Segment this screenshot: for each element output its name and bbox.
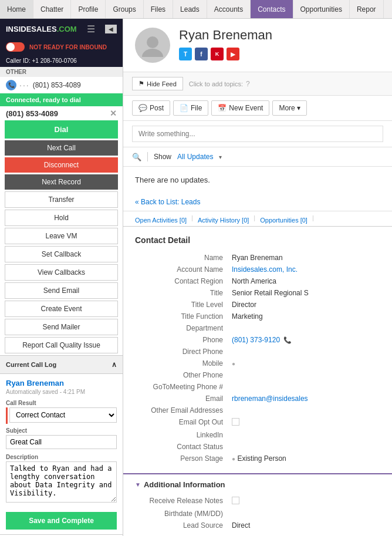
- nav-files[interactable]: Files: [144, 0, 173, 18]
- contact-header: Ryan Breneman T f K ▶: [123, 19, 392, 72]
- field-label-title-level: Title Level: [135, 299, 229, 311]
- field-value-person-stage: ● Existing Person: [229, 453, 380, 464]
- top-navigation: Home Chatter Profile Groups Files Leads …: [0, 0, 392, 19]
- table-row: Birthdate (MM/DD): [135, 508, 380, 520]
- nav-opportunities[interactable]: Opportunities: [293, 0, 350, 18]
- nav-profile[interactable]: Profile: [71, 0, 106, 18]
- subject-input[interactable]: [6, 435, 117, 449]
- additional-info-toggle[interactable]: ▼ Additional Information: [135, 480, 380, 489]
- updates-dropdown-icon[interactable]: ▾: [219, 154, 222, 160]
- field-label-region: Contact Region: [135, 275, 229, 287]
- account-name-link[interactable]: Insidesales.com, Inc.: [232, 265, 298, 274]
- action-bar: 💬 Post 📄 File 📅 New Event More ▾: [123, 96, 392, 121]
- back-link-anchor[interactable]: « Back to List: Leads: [135, 198, 200, 206]
- call-result-select[interactable]: Correct Contact: [9, 407, 117, 423]
- subject-label: Subject: [6, 427, 117, 434]
- transfer-button[interactable]: Transfer: [5, 191, 118, 208]
- twitter-icon[interactable]: T: [179, 48, 192, 60]
- field-value-title-function: Marketing: [229, 311, 380, 322]
- back-to-list: « Back to List: Leads: [123, 193, 392, 211]
- save-complete-button[interactable]: Save and Complete: [6, 512, 117, 530]
- email-link[interactable]: rbreneman@insidesales: [232, 395, 308, 403]
- nav-reports[interactable]: Repor: [350, 0, 384, 18]
- right-panel: Ryan Breneman T f K ▶ ⚑ Hide Feed Click …: [123, 19, 392, 536]
- hold-button[interactable]: Hold: [5, 210, 118, 226]
- create-event-button[interactable]: Create Event: [5, 301, 118, 317]
- mobile-info-icon: ●: [232, 360, 235, 367]
- file-button[interactable]: 📄 File: [173, 100, 208, 116]
- next-record-button[interactable]: Next Record: [5, 174, 118, 190]
- table-row: Other Phone: [135, 369, 380, 381]
- collapse-arrow[interactable]: ◀: [105, 25, 117, 33]
- nav-home[interactable]: Home: [0, 0, 33, 18]
- leave-vm-button[interactable]: Leave VM: [5, 228, 118, 244]
- field-value-name: Ryan Breneman: [229, 252, 380, 264]
- hide-feed-button[interactable]: ⚑ Hide Feed: [132, 77, 183, 90]
- no-updates-message: There are no updates.: [123, 167, 392, 193]
- other-phone-row: 📞 ··· (801) 853-4089: [0, 77, 123, 93]
- nav-accounts[interactable]: Accounts: [207, 0, 251, 18]
- release-notes-checkbox[interactable]: [232, 497, 239, 504]
- field-label-name: Name: [135, 252, 229, 264]
- logo-suffix: .COM: [57, 25, 77, 33]
- next-call-button[interactable]: Next Call: [5, 140, 118, 156]
- more-chevron-icon: ▾: [297, 104, 300, 112]
- table-row: Lead Source Direct: [135, 520, 380, 531]
- all-updates-link[interactable]: All Updates: [177, 153, 213, 161]
- more-button[interactable]: More ▾: [272, 100, 306, 116]
- call-log-chevron-icon: ∧: [111, 360, 117, 369]
- contact-detail-section: Contact Detail Name Ryan Breneman Accoun…: [123, 227, 392, 473]
- disconnect-button[interactable]: Disconnect: [5, 157, 118, 173]
- facebook-icon[interactable]: f: [195, 48, 208, 60]
- caller-id-label: Caller ID:: [6, 58, 31, 64]
- set-callback-button[interactable]: Set Callback: [5, 246, 118, 262]
- field-label-other-phone: Other Phone: [135, 369, 229, 381]
- opportunities-count: [0]: [300, 217, 307, 224]
- tab-activity-history[interactable]: Activity History [0]: [198, 214, 249, 226]
- search-icon[interactable]: 🔍: [132, 153, 141, 161]
- more-label: More: [279, 104, 295, 112]
- dial-button[interactable]: Dial: [5, 120, 118, 139]
- send-mailer-button[interactable]: Send Mailer: [5, 319, 118, 335]
- new-event-button[interactable]: 📅 New Event: [211, 100, 269, 116]
- call-log-toggle[interactable]: Current Call Log ∧: [0, 355, 123, 374]
- phone-link[interactable]: (801) 373-9120: [232, 336, 280, 344]
- show-updates-text: Show: [154, 153, 171, 161]
- email-opt-out-checkbox[interactable]: [232, 418, 239, 426]
- report-quality-button[interactable]: Report Call Quality Issue: [5, 337, 118, 353]
- inbound-toggle-switch[interactable]: [6, 42, 25, 52]
- field-value-direct-phone: [229, 346, 380, 358]
- table-row: Other Email Addresses: [135, 404, 380, 416]
- contact-name: Ryan Breneman: [179, 28, 272, 43]
- add-topics-label: Click to add topics:: [189, 80, 243, 87]
- flag-icon: ⚑: [138, 80, 144, 87]
- table-row: Title Level Director: [135, 299, 380, 311]
- nav-contacts[interactable]: Contacts: [251, 0, 293, 18]
- feed-bar: ⚑ Hide Feed Click to add topics: ?: [123, 72, 392, 96]
- chatter-input[interactable]: [132, 126, 383, 142]
- send-email-button[interactable]: Send Email: [5, 282, 118, 299]
- triangle-down-icon: ▼: [135, 481, 141, 488]
- menu-icon[interactable]: ☰: [87, 23, 95, 35]
- table-row: Direct Phone: [135, 346, 380, 358]
- field-value-email-opt-out: [229, 416, 380, 429]
- close-number-icon[interactable]: ✕: [110, 109, 117, 118]
- nav-leads[interactable]: Leads: [173, 0, 207, 18]
- field-label-email: Email: [135, 393, 229, 404]
- post-button[interactable]: 💬 Post: [132, 100, 170, 116]
- nav-groups[interactable]: Groups: [106, 0, 143, 18]
- help-icon[interactable]: ?: [246, 80, 250, 88]
- field-value-linkedin: [229, 429, 380, 441]
- table-row: Email Opt Out: [135, 416, 380, 429]
- view-callbacks-button[interactable]: View Callbacks: [5, 264, 118, 281]
- description-textarea[interactable]: Talked to Ryan and had a lengthy convers…: [6, 461, 117, 503]
- klout-icon[interactable]: K: [211, 48, 224, 60]
- social-icons-row: T f K ▶: [179, 48, 272, 60]
- youtube-icon[interactable]: ▶: [227, 48, 239, 60]
- tab-open-activities[interactable]: Open Activities [0]: [135, 214, 187, 226]
- nav-chatter[interactable]: Chatter: [33, 0, 71, 18]
- field-value-mobile: ●: [229, 358, 380, 369]
- field-label-direct-phone: Direct Phone: [135, 346, 229, 358]
- other-phone-number: (801) 853-4089: [33, 81, 81, 89]
- tab-opportunities[interactable]: Opportunities [0]: [260, 214, 307, 226]
